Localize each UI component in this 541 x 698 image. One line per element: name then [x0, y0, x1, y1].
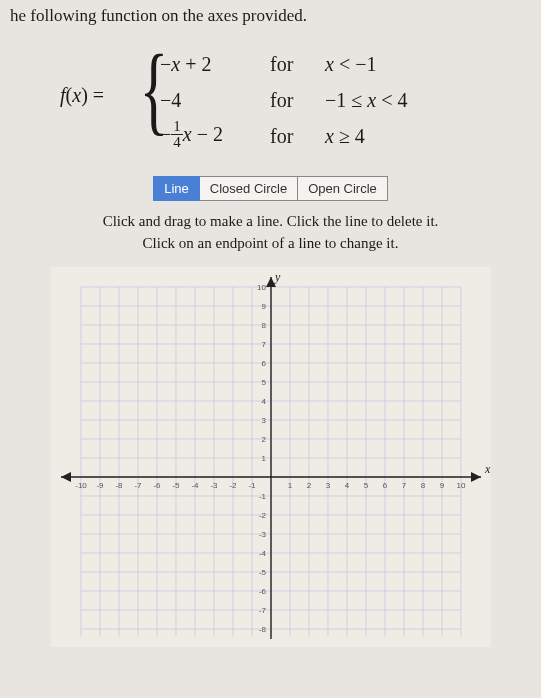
y-tick-label: -6 [258, 587, 266, 596]
piece-3-domain: x ≥ 4 [325, 125, 365, 148]
x-tick-label: -8 [115, 481, 123, 490]
frac-den: 4 [171, 135, 183, 150]
x-tick-label: 3 [325, 481, 330, 490]
x-tick-label: 2 [306, 481, 311, 490]
formula-lhs: f(x) = [60, 84, 104, 107]
y-tick-label: -7 [258, 606, 266, 615]
piece-1-domain: x < −1 [325, 53, 376, 76]
y-tick-label: 9 [261, 302, 266, 311]
y-tick-label: 1 [261, 454, 266, 463]
y-tick-label: -3 [258, 530, 266, 539]
x-tick-label: -1 [248, 481, 256, 490]
x-tick-label: 10 [456, 481, 465, 490]
x-tick-label: 8 [420, 481, 425, 490]
frac-num: 1 [171, 119, 183, 135]
piece-1: −x + 2 for x < −1 [160, 46, 407, 82]
y-tick-label: 8 [261, 321, 266, 330]
piece-3-expr: −14x − 2 [160, 121, 270, 152]
tool-open-circle-button[interactable]: Open Circle [298, 176, 388, 201]
piece-2-for: for [270, 89, 325, 112]
x-tick-label: -3 [210, 481, 218, 490]
x-tick-label: -5 [172, 481, 180, 490]
x-tick-label: 5 [363, 481, 368, 490]
x-tick-label: 6 [382, 481, 387, 490]
x-tick-label: -7 [134, 481, 142, 490]
piecewise-function: f(x) = { −x + 2 for x < −1 −4 for −1 ≤ x… [60, 44, 531, 154]
x-tick-label: -2 [229, 481, 237, 490]
tool-row: Line Closed Circle Open Circle [10, 176, 531, 201]
y-tick-label: 5 [261, 378, 266, 387]
x-tick-label: -6 [153, 481, 161, 490]
piece-1-expr: −x + 2 [160, 53, 270, 76]
piece-3-for: for [270, 125, 325, 148]
instructions-line1: Click and drag to make a line. Click the… [10, 211, 531, 233]
x-tick-label: -10 [75, 481, 87, 490]
x-axis-label: x [484, 462, 491, 476]
piece-2-domain: −1 ≤ x < 4 [325, 89, 407, 112]
y-axis-label: y [274, 270, 281, 284]
y-tick-label: 2 [261, 435, 266, 444]
coordinate-plane[interactable]: x y -10-9-8-7-6-5-4-3-2-1123456789101234… [51, 267, 491, 647]
piece-1-for: for [270, 53, 325, 76]
y-tick-label: 7 [261, 340, 266, 349]
x-tick-label: 7 [401, 481, 406, 490]
y-tick-label: -2 [258, 511, 266, 520]
y-tick-label: -5 [258, 568, 266, 577]
y-tick-label: -1 [258, 492, 266, 501]
x-tick-label: 4 [344, 481, 349, 490]
y-tick-label: 3 [261, 416, 266, 425]
tool-line-button[interactable]: Line [153, 176, 200, 201]
instructions-line2: Click on an endpoint of a line to change… [10, 233, 531, 255]
tool-closed-circle-button[interactable]: Closed Circle [200, 176, 298, 201]
y-tick-label: -4 [258, 549, 266, 558]
x-tick-label: 9 [439, 481, 444, 490]
instructions: Click and drag to make a line. Click the… [10, 211, 531, 255]
y-tick-label: 10 [257, 283, 266, 292]
piece-2: −4 for −1 ≤ x < 4 [160, 82, 407, 118]
y-tick-label: -8 [258, 625, 266, 634]
y-tick-label: 4 [261, 397, 266, 406]
piece-2-expr: −4 [160, 89, 270, 112]
y-tick-label: 6 [261, 359, 266, 368]
x-tick-label: 1 [287, 481, 292, 490]
piece-3: −14x − 2 for x ≥ 4 [160, 118, 407, 154]
x-tick-label: -4 [191, 481, 199, 490]
x-tick-label: -9 [96, 481, 104, 490]
page-heading: he following function on the axes provid… [10, 6, 531, 26]
